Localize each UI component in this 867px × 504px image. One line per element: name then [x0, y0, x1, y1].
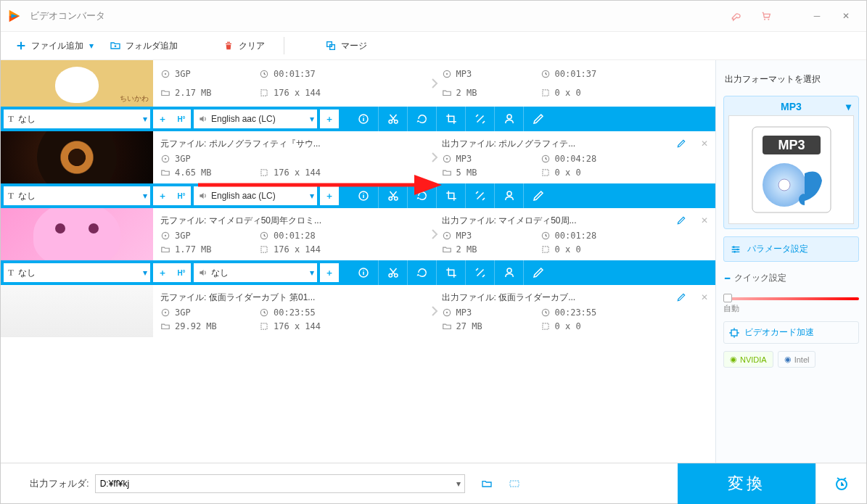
- cut-icon[interactable]: [378, 183, 407, 208]
- effects-icon[interactable]: [465, 183, 494, 208]
- crop-icon[interactable]: [436, 183, 465, 208]
- add-audio-button[interactable]: ＋: [320, 263, 339, 282]
- output-folder-label: 出力フォルダ:: [30, 477, 89, 490]
- output-info: 出力ファイル: 仮面ライダーカブ...✕ MP3 00:23:55 27 MB …: [435, 285, 716, 337]
- edit-icon[interactable]: [523, 260, 552, 285]
- source-info: 元ファイル: マイメロディ50周年クロミ... 3GP 00:01:28 1.7…: [153, 208, 435, 260]
- add-subtitle-button[interactable]: ＋: [153, 263, 172, 282]
- remove-item-button[interactable]: ✕: [701, 292, 708, 302]
- crop-icon[interactable]: [436, 107, 465, 131]
- thumbnail[interactable]: [1, 208, 153, 260]
- clock-icon: [541, 231, 551, 241]
- effects-icon[interactable]: [465, 107, 494, 131]
- subtitle-options-button[interactable]: H°: [172, 110, 191, 128]
- rotate-icon[interactable]: [407, 107, 436, 131]
- merge-button[interactable]: マージ: [319, 37, 373, 55]
- clock-icon: [259, 69, 269, 79]
- rotate-icon[interactable]: [407, 183, 436, 208]
- watermark-icon[interactable]: [494, 183, 523, 208]
- svg-point-44: [476, 269, 477, 270]
- cut-icon[interactable]: [378, 107, 407, 131]
- subtitle-options-button[interactable]: H°: [172, 186, 191, 205]
- edit-icon[interactable]: [523, 107, 552, 131]
- svg-rect-13: [542, 90, 548, 96]
- svg-rect-63: [731, 330, 737, 336]
- gpu-accel-button[interactable]: ビデオカード加速: [723, 321, 859, 344]
- remove-item-button[interactable]: ✕: [701, 139, 708, 149]
- dimensions-icon: [541, 244, 551, 255]
- thumbnail[interactable]: [1, 131, 153, 183]
- thumbnail[interactable]: [1, 285, 153, 337]
- effects-icon[interactable]: [465, 260, 494, 285]
- remove-item-button[interactable]: ✕: [701, 215, 708, 226]
- audio-track-select[interactable]: English aac (LC)▾: [194, 186, 317, 205]
- svg-point-62: [734, 251, 736, 253]
- slider-auto-label: 自動: [723, 303, 859, 314]
- dash-icon: ━: [725, 273, 730, 284]
- info-icon[interactable]: [349, 183, 378, 208]
- output-settings-button[interactable]: [509, 478, 520, 489]
- rotate-icon[interactable]: [407, 260, 436, 285]
- watermark-icon[interactable]: [494, 107, 523, 131]
- format-preview-icon: MP3: [728, 115, 854, 224]
- svg-point-48: [165, 311, 166, 313]
- minimize-button[interactable]: ─: [802, 1, 831, 30]
- output-info: 出力ファイル: ポルノグラフィテ...✕ MP3 00:04:28 5 MB 0…: [435, 131, 716, 183]
- output-format-selector[interactable]: MP3 ▾ MP3: [723, 96, 859, 229]
- quality-slider[interactable]: 自動: [723, 294, 859, 314]
- clear-button[interactable]: クリア: [217, 37, 271, 55]
- pencil-icon[interactable]: [676, 215, 686, 226]
- pencil-icon[interactable]: [676, 292, 686, 302]
- chevron-down-icon: ▾: [143, 268, 147, 278]
- convert-button[interactable]: 変換: [678, 463, 815, 504]
- svg-rect-26: [542, 169, 548, 175]
- format-title: 出力フォーマットを選択: [725, 73, 858, 86]
- svg-rect-9: [261, 90, 267, 96]
- merge-icon: [325, 40, 337, 51]
- subtitle-select[interactable]: T なし▾: [4, 186, 150, 205]
- plus-icon: [15, 40, 27, 51]
- cart-icon[interactable]: [752, 1, 781, 30]
- audio-track-select[interactable]: English aac (LC)▾: [194, 110, 317, 128]
- subtitle-options-button[interactable]: H°: [172, 263, 191, 282]
- disc-icon: [160, 307, 170, 318]
- add-audio-button[interactable]: ＋: [320, 110, 339, 128]
- crop-icon[interactable]: [436, 260, 465, 285]
- svg-point-18: [482, 122, 484, 123]
- add-file-label: ファイル追加: [31, 40, 83, 52]
- cut-icon[interactable]: [378, 260, 407, 285]
- close-button[interactable]: ✕: [831, 1, 860, 30]
- dimensions-icon: [259, 321, 269, 331]
- info-icon[interactable]: [349, 260, 378, 285]
- thumbnail[interactable]: [1, 60, 153, 107]
- svg-point-21: [165, 157, 166, 159]
- license-key-icon[interactable]: [723, 1, 752, 30]
- chevron-down-icon: ▾: [143, 191, 147, 201]
- edit-icon[interactable]: [523, 183, 552, 208]
- pencil-icon[interactable]: [676, 139, 686, 149]
- svg-point-7: [165, 73, 166, 75]
- clock-icon: [259, 307, 269, 318]
- watermark-icon[interactable]: [494, 260, 523, 285]
- schedule-button[interactable]: [815, 463, 866, 504]
- svg-point-19: [507, 115, 511, 119]
- subtitle-select[interactable]: T なし▾: [4, 110, 150, 128]
- add-audio-button[interactable]: ＋: [320, 186, 339, 205]
- audio-track-select[interactable]: なし▾: [194, 263, 317, 282]
- dimensions-icon: [541, 321, 551, 331]
- clock-icon: [541, 154, 551, 164]
- add-subtitle-button[interactable]: ＋: [153, 110, 172, 128]
- output-folder-input[interactable]: [95, 474, 465, 493]
- subtitle-select[interactable]: T なし▾: [4, 263, 150, 282]
- sidebar: 出力フォーマットを選択 MP3 ▾ MP3: [715, 60, 866, 463]
- add-folder-button[interactable]: フォルダ追加: [104, 37, 184, 55]
- folder-icon: [160, 168, 170, 178]
- dimensions-icon: [259, 88, 269, 98]
- info-icon[interactable]: [349, 107, 378, 131]
- add-file-button[interactable]: ファイル追加 ▾: [9, 37, 99, 55]
- parameter-settings-button[interactable]: パラメータ設定: [723, 236, 859, 262]
- folder-plus-icon: [110, 40, 121, 51]
- add-subtitle-button[interactable]: ＋: [153, 186, 172, 205]
- open-folder-button[interactable]: [481, 478, 493, 489]
- chevron-down-icon: ▾: [143, 114, 147, 124]
